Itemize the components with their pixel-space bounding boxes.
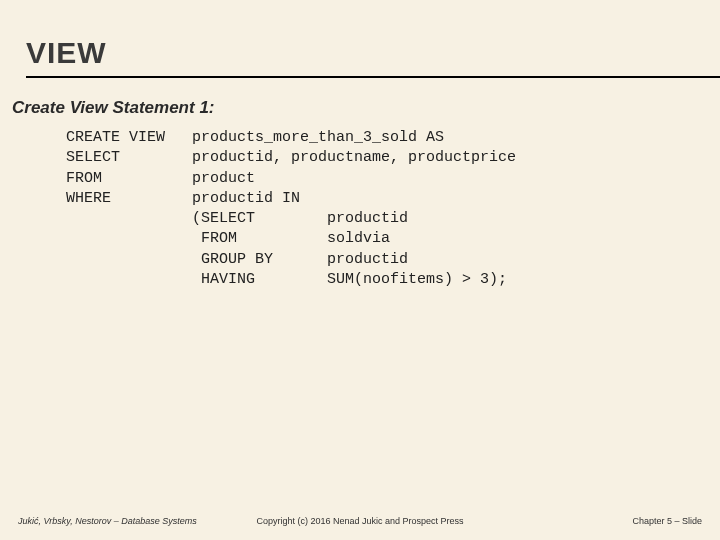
- slide-title: VIEW: [26, 36, 694, 70]
- subtitle: Create View Statement 1:: [12, 98, 694, 118]
- content-region: Create View Statement 1: CREATE VIEW pro…: [0, 78, 720, 290]
- title-region: VIEW: [0, 0, 720, 72]
- slide: VIEW Create View Statement 1: CREATE VIE…: [0, 0, 720, 540]
- footer: Jukić, Vrbsky, Nestorov – Database Syste…: [0, 516, 720, 526]
- footer-right: Chapter 5 – Slide: [632, 516, 702, 526]
- footer-center: Copyright (c) 2016 Nenad Jukic and Prosp…: [256, 516, 463, 526]
- footer-left: Jukić, Vrbsky, Nestorov – Database Syste…: [18, 516, 197, 526]
- sql-code-block: CREATE VIEW products_more_than_3_sold AS…: [12, 128, 694, 290]
